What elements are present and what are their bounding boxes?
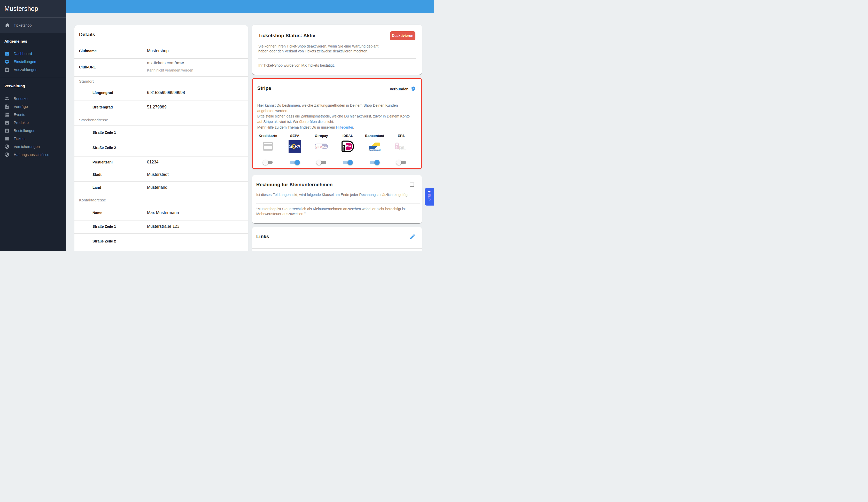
svg-text:Bancontact: Bancontact [369,148,381,151]
svg-text:DEAL: DEAL [346,145,352,148]
svg-text:e: e [395,145,397,149]
svg-text:Überweisung: Überweisung [401,149,406,150]
